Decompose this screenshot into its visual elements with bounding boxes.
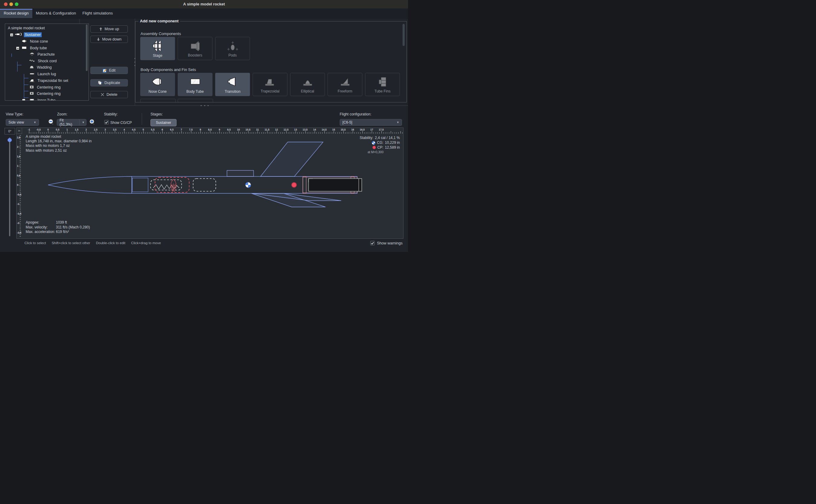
add-nose-cone-button[interactable]: Nose Cone (140, 73, 175, 96)
stage-toggle-sustainer[interactable]: Sustainer (151, 119, 176, 126)
centering-ring-fore[interactable] (303, 176, 306, 193)
tree-row-inner-tube[interactable]: Inner Tube (5, 97, 89, 101)
move-up-button[interactable]: Move up (90, 25, 128, 33)
component-button-label: Transition (225, 89, 240, 94)
tree-row-wadding[interactable]: Wadding (5, 64, 89, 71)
chevron-down-icon: ▼ (34, 121, 36, 124)
zoom-in-button[interactable] (89, 119, 96, 127)
tab-flight-simulations[interactable]: Flight simulations (80, 8, 115, 18)
pods-icon (226, 40, 239, 53)
tree-scrollbar[interactable] (86, 24, 88, 71)
delete-icon (101, 93, 104, 96)
tree-row-parachute[interactable]: Parachute (5, 51, 89, 58)
flight-configuration-label: Flight configuration: (340, 112, 371, 116)
add-tube-fins-button[interactable]: Tube Fins (365, 73, 400, 96)
tree-row-trapezoidal-fin-set[interactable]: Trapezoidal fin set (5, 77, 89, 84)
rotation-angle-readout: 0° (5, 128, 15, 134)
tab-rocket-design[interactable]: Rocket design (0, 8, 32, 18)
edit-button[interactable]: Edit (90, 67, 128, 74)
add-pods-button[interactable]: Pods (215, 37, 250, 60)
rotation-slider-knob[interactable] (8, 138, 12, 142)
hint: Click+drag to move (131, 241, 161, 245)
main-tab-bar: Rocket design Motors & Configuration Fli… (0, 8, 408, 18)
stability-label: Stability: (104, 112, 118, 116)
clipped-component-button[interactable] (178, 99, 213, 102)
shockcord-icon (29, 59, 35, 63)
add-elliptical-fin-button[interactable]: Elliptical (290, 73, 325, 96)
boosters-icon (189, 40, 202, 53)
cg-value: 10,229 in (385, 141, 400, 145)
add-panel-scrollbar[interactable] (403, 24, 405, 46)
collapse-handle-icon[interactable] (10, 33, 13, 37)
delete-button[interactable]: Delete (90, 91, 128, 98)
nose-shoulder[interactable] (132, 178, 148, 192)
tree-item-label: Centering ring (36, 91, 62, 96)
check-icon (105, 121, 108, 124)
rocket-icon (14, 32, 22, 37)
launch-lug[interactable] (227, 170, 254, 176)
transition-icon (226, 76, 239, 88)
show-warnings-checkbox[interactable] (370, 241, 375, 245)
launchlug-icon (29, 72, 35, 76)
stages-label: Stages: (151, 112, 163, 116)
hint: Double-click to edit (96, 241, 125, 245)
openrocket-window: A simple model rocket Rocket design Moto… (0, 0, 408, 252)
tree-row-shock-cord[interactable]: Shock cord (5, 58, 89, 64)
zoom-level-select[interactable]: Fit (51,3%)▼ (57, 119, 86, 126)
chevron-down-icon: ▼ (397, 121, 399, 124)
tree-item-label: Nose cone (29, 39, 49, 44)
move-down-button[interactable]: Move down (90, 36, 128, 43)
motor-casing[interactable] (309, 179, 362, 191)
body-tube-icon (189, 76, 202, 88)
mach-condition: at M=0,300 (360, 150, 400, 155)
fin-upper[interactable] (261, 142, 323, 176)
add-freeform-fin-button[interactable]: Freeform (328, 73, 362, 96)
cg-marker (245, 182, 251, 188)
bodytube-icon (21, 46, 27, 50)
zoom-out-button[interactable] (48, 119, 54, 127)
component-button-label: Elliptical (301, 89, 314, 93)
max-acceleration-value: 619 ft/s² (56, 230, 69, 234)
add-stage-button[interactable]: Stage (140, 37, 175, 60)
tree-item-label: Centering ring (36, 85, 62, 90)
add-body-tube-button[interactable]: Body Tube (178, 73, 212, 96)
tree-item-label: Parachute (37, 52, 56, 57)
rocket-length: Length 16,748 in, max. diameter 0,984 in (26, 139, 92, 144)
add-trapezoidal-fin-button[interactable]: Trapezoidal (253, 73, 287, 96)
tree-row-nose-cone[interactable]: Nose cone (5, 38, 89, 45)
component-tree[interactable]: A simple model rocket Sustainer Nose con… (5, 24, 89, 101)
max-velocity-label: Max. velocity: (26, 225, 56, 230)
tree-item-label: Trapezoidal fin set (37, 78, 69, 83)
duplicate-button[interactable]: Duplicate (90, 79, 128, 86)
clipped-component-button[interactable] (140, 99, 176, 102)
horizontal-splitter-handle-icon[interactable] (201, 105, 209, 107)
rotation-slider-track[interactable] (9, 137, 10, 236)
tab-motors-configuration[interactable]: Motors & Configuration (32, 8, 79, 18)
add-boosters-button[interactable]: Boosters (178, 37, 212, 60)
hint: Click to select (24, 241, 46, 245)
tree-row-centering-ring-2[interactable]: Centering ring (5, 90, 89, 97)
flight-stats-block: Apogee:1039 ft Max. velocity:311 ft/s (M… (26, 220, 90, 234)
component-button-label: Freeform (338, 89, 352, 93)
collapse-handle-icon[interactable] (22, 99, 25, 101)
stage-icon (151, 40, 164, 53)
rocket-canvas[interactable]: in -1-0,500,511,522,533,544,555,566,577,… (16, 128, 403, 239)
centeringring-icon (29, 85, 34, 90)
wadding-outline[interactable] (193, 179, 216, 191)
trapezoidal-fin-icon (264, 76, 277, 89)
cp-marker (292, 183, 296, 187)
tree-row-launch-lug[interactable]: Launch lug (5, 71, 89, 77)
tree-row-centering-ring-1[interactable]: Centering ring (5, 84, 89, 91)
tree-row-sustainer[interactable]: Sustainer (5, 31, 89, 38)
show-cgcp-checkbox[interactable] (104, 120, 109, 124)
nose-cone-outline[interactable] (48, 176, 132, 193)
body-components-label: Body Components and Fin Sets (141, 67, 196, 72)
view-type-select[interactable]: Side view▼ (6, 119, 39, 126)
add-component-panel: Add new component Assembly Components St… (135, 21, 407, 102)
flight-configuration-select[interactable]: [C6-5]▼ (340, 119, 402, 126)
duplicate-icon (98, 81, 102, 85)
component-button-label: Tube Fins (374, 89, 390, 93)
collapse-handle-icon[interactable] (16, 47, 19, 50)
add-transition-button[interactable]: Transition (215, 73, 250, 96)
tree-root-row[interactable]: A simple model rocket (5, 25, 89, 31)
